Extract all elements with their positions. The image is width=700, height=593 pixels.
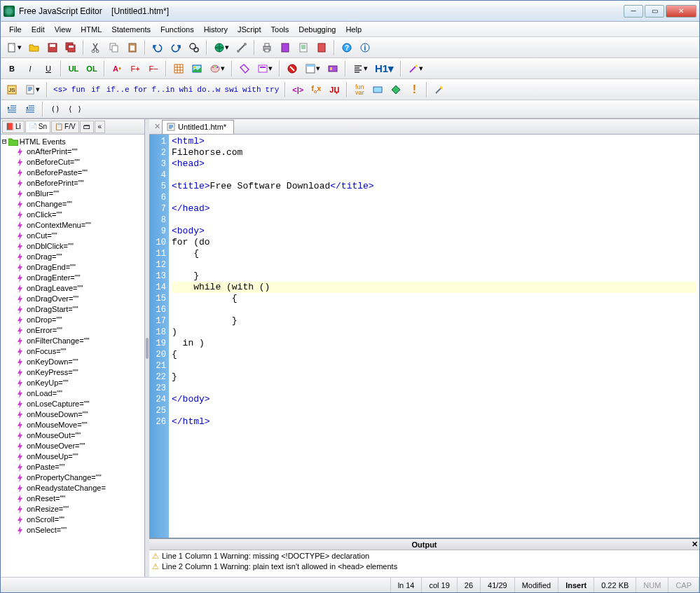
tools-button[interactable]: [233, 39, 250, 56]
menu-tools[interactable]: Tools: [267, 24, 294, 35]
sidebar-tab-db[interactable]: 🗃: [80, 121, 94, 133]
tree-item[interactable]: onReset="": [2, 493, 143, 504]
tab-close-left-icon[interactable]: ✕: [152, 122, 162, 132]
italic-button[interactable]: I: [22, 60, 39, 77]
editor-tab[interactable]: Untitled1.htm*: [162, 120, 234, 134]
tree-item[interactable]: onDblClick="": [2, 241, 143, 252]
sidebar-tab-li[interactable]: 📕Li: [2, 121, 25, 133]
save-button[interactable]: [44, 39, 61, 56]
undo-button[interactable]: [149, 39, 166, 56]
image-button[interactable]: [188, 60, 205, 77]
menu-file[interactable]: File: [5, 24, 26, 35]
paren-match-button[interactable]: (): [47, 101, 64, 118]
tree-item[interactable]: onLoseCapture="": [2, 399, 143, 409]
magic-wand-button[interactable]: [431, 81, 448, 98]
paste-button[interactable]: [124, 39, 141, 56]
heading-button[interactable]: H1▾: [372, 60, 397, 77]
save-all-button[interactable]: [62, 39, 79, 56]
page-button[interactable]: [295, 39, 312, 56]
tree-item[interactable]: onDragEnd="": [2, 262, 143, 273]
font-color-button[interactable]: A♦: [109, 60, 125, 77]
tree-item[interactable]: onSelect="": [2, 525, 143, 536]
table-button[interactable]: [170, 60, 187, 77]
tree-item[interactable]: onPropertyChange="": [2, 472, 143, 483]
print-button[interactable]: [259, 39, 275, 56]
wand-button[interactable]: ▾: [405, 60, 426, 77]
menu-help[interactable]: Help: [341, 24, 366, 35]
outdent-button[interactable]: [22, 101, 39, 118]
diamond-button[interactable]: [387, 81, 404, 98]
tree-item[interactable]: onPaste="": [2, 462, 143, 472]
tree-item[interactable]: onAfterPrint="": [2, 146, 143, 157]
new-file-button[interactable]: ▾: [4, 39, 25, 56]
font-increase-button[interactable]: F+: [127, 60, 144, 77]
sidebar-tab-more[interactable]: «: [95, 121, 106, 133]
event-tree[interactable]: ⊟ HTML Events onAfterPrint=""onBeforeCut…: [1, 135, 144, 577]
keyword-for-button[interactable]: for: [132, 81, 150, 98]
menu-statements[interactable]: Statements: [107, 24, 155, 35]
tree-item[interactable]: onCut="": [2, 231, 143, 241]
tree-item[interactable]: onFocus="": [2, 346, 143, 357]
tree-item[interactable]: onDragLeave="": [2, 283, 143, 294]
layout-button[interactable]: ▾: [302, 60, 323, 77]
cut-button[interactable]: [88, 39, 104, 56]
tree-item[interactable]: onMouseUp="": [2, 451, 143, 462]
form-button[interactable]: ▾: [254, 60, 275, 77]
open-file-button[interactable]: [26, 39, 43, 56]
fox-button[interactable]: fox: [308, 81, 324, 98]
tree-item[interactable]: onLoad="": [2, 388, 143, 399]
keyword-fin-button[interactable]: f..in: [149, 81, 177, 98]
bold-button[interactable]: B: [4, 60, 20, 77]
tree-item[interactable]: onBeforePrint="": [2, 178, 143, 189]
help-button[interactable]: ?: [338, 39, 355, 56]
keyword-fun-button[interactable]: fun: [69, 81, 88, 98]
menu-debugging[interactable]: Debugging: [294, 24, 340, 35]
output-close-button[interactable]: ✕: [692, 540, 698, 549]
keyword-try-button[interactable]: try: [263, 81, 282, 98]
tree-item[interactable]: onChange="": [2, 199, 143, 210]
stop-button[interactable]: [284, 60, 301, 77]
tree-item[interactable]: onKeyPress="": [2, 367, 143, 378]
tree-item[interactable]: onDragStart="": [2, 304, 143, 315]
brace-match-button[interactable]: ⟨ ⟩: [65, 101, 85, 118]
tree-item[interactable]: onError="": [2, 325, 143, 336]
book-button[interactable]: [277, 39, 294, 56]
menu-jscript[interactable]: JScript: [233, 24, 266, 35]
menu-html[interactable]: HTML: [76, 24, 106, 35]
keyword-whi-button[interactable]: whi: [177, 81, 195, 98]
code-editor[interactable]: 1234567891011121314151617181920212223242…: [149, 135, 699, 538]
tree-item[interactable]: onMouseDown="": [2, 409, 143, 420]
keyword-with-button[interactable]: with: [240, 81, 263, 98]
copy-button[interactable]: [106, 39, 123, 56]
redo-button[interactable]: [167, 39, 184, 56]
code-body[interactable]: <html>Filehorse.com<head> <title>Free So…: [169, 135, 699, 538]
menu-view[interactable]: View: [50, 24, 76, 35]
jerror-button[interactable]: JЏ: [326, 81, 343, 98]
underline-button[interactable]: U: [40, 60, 57, 77]
tree-item[interactable]: onKeyDown="": [2, 357, 143, 367]
font-decrease-button[interactable]: F−: [145, 60, 162, 77]
sidebar-tab-sn[interactable]: 📄Sn: [25, 121, 50, 133]
align-button[interactable]: ▾: [350, 60, 371, 77]
tree-item[interactable]: onKeyUp="": [2, 378, 143, 388]
tag-button[interactable]: [236, 60, 253, 77]
keyword-dow-button[interactable]: do..w: [195, 81, 222, 98]
indent-button[interactable]: [4, 101, 20, 118]
tree-item[interactable]: onDragEnter="": [2, 273, 143, 283]
find-button[interactable]: [186, 39, 203, 56]
info-button[interactable]: i: [357, 39, 373, 56]
tree-item[interactable]: onMouseOver="": [2, 441, 143, 451]
browser-preview-button[interactable]: ▾: [211, 39, 232, 56]
tree-item[interactable]: onBeforePaste="": [2, 168, 143, 178]
book2-button[interactable]: [313, 39, 330, 56]
keyword-if-button[interactable]: if: [88, 81, 104, 98]
script-tag-button[interactable]: JS: [4, 81, 20, 98]
warning-button[interactable]: !: [406, 81, 423, 98]
tree-item[interactable]: onFilterChange="": [2, 336, 143, 346]
sidebar-tab-fv[interactable]: 📋F/V: [51, 121, 79, 133]
keyword-ife-button[interactable]: if..e: [104, 81, 132, 98]
palette-button[interactable]: ▾: [207, 60, 228, 77]
maximize-button[interactable]: ▭: [645, 5, 664, 18]
tree-item[interactable]: onMouseOut="": [2, 430, 143, 441]
tree-item[interactable]: onScroll="": [2, 514, 143, 525]
